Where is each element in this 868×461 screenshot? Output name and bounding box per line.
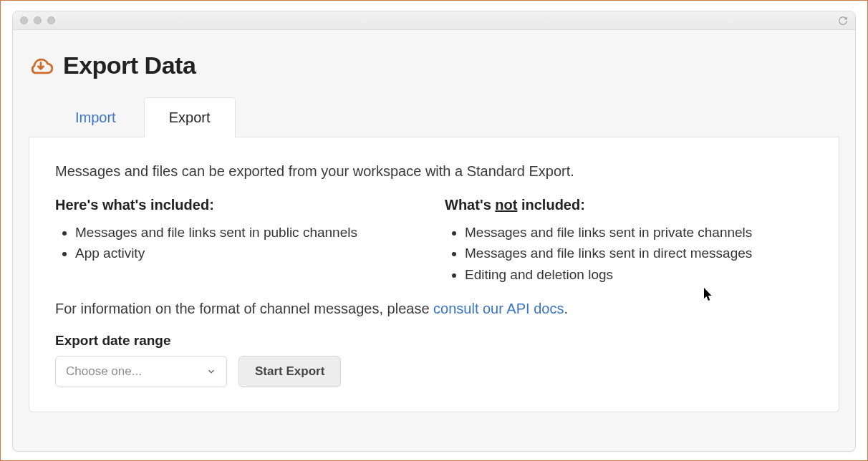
export-controls: Choose one... Start Export	[55, 356, 813, 387]
included-col: Here's what's included: Messages and fil…	[55, 197, 423, 285]
mouse-cursor-icon	[703, 288, 713, 302]
cloud-download-icon	[29, 54, 53, 78]
intro-text: Messages and files can be exported from …	[55, 163, 813, 180]
not-included-col: What's not included: Messages and file l…	[445, 197, 813, 285]
start-export-button[interactable]: Start Export	[238, 356, 341, 387]
api-docs-link[interactable]: consult our API docs	[433, 301, 564, 316]
included-list: Messages and file links sent in public c…	[55, 222, 423, 264]
date-range-label: Export date range	[55, 333, 813, 349]
traffic-close[interactable]	[20, 16, 28, 24]
select-placeholder: Choose one...	[66, 364, 142, 379]
chevron-down-icon	[206, 367, 216, 377]
traffic-minimize[interactable]	[34, 16, 42, 24]
date-range-select[interactable]: Choose one...	[55, 356, 227, 387]
list-item: Messages and file links sent in direct m…	[465, 243, 813, 263]
page-content: Export Data Import Export Messages and f…	[13, 30, 855, 451]
not-included-heading: What's not included:	[445, 197, 813, 213]
included-heading: Here's what's included:	[55, 197, 423, 213]
export-panel: Messages and files can be exported from …	[29, 137, 839, 412]
traffic-zoom[interactable]	[47, 16, 55, 24]
not-included-list: Messages and file links sent in private …	[445, 222, 813, 285]
page-header: Export Data	[29, 52, 839, 79]
list-item: Editing and deletion logs	[465, 264, 813, 285]
footnote: For information on the format of channel…	[55, 301, 813, 317]
tab-import[interactable]: Import	[50, 97, 141, 137]
tab-export[interactable]: Export	[144, 97, 236, 137]
window-titlebar	[13, 11, 855, 30]
list-item: Messages and file links sent in public c…	[75, 222, 423, 243]
page-title: Export Data	[63, 52, 196, 79]
list-item: App activity	[75, 243, 423, 263]
traffic-lights	[20, 16, 55, 24]
app-window: Export Data Import Export Messages and f…	[12, 11, 856, 452]
tabs: Import Export	[29, 97, 839, 137]
list-item: Messages and file links sent in private …	[465, 222, 813, 243]
included-columns: Here's what's included: Messages and fil…	[55, 197, 813, 285]
refresh-icon[interactable]	[838, 16, 848, 26]
